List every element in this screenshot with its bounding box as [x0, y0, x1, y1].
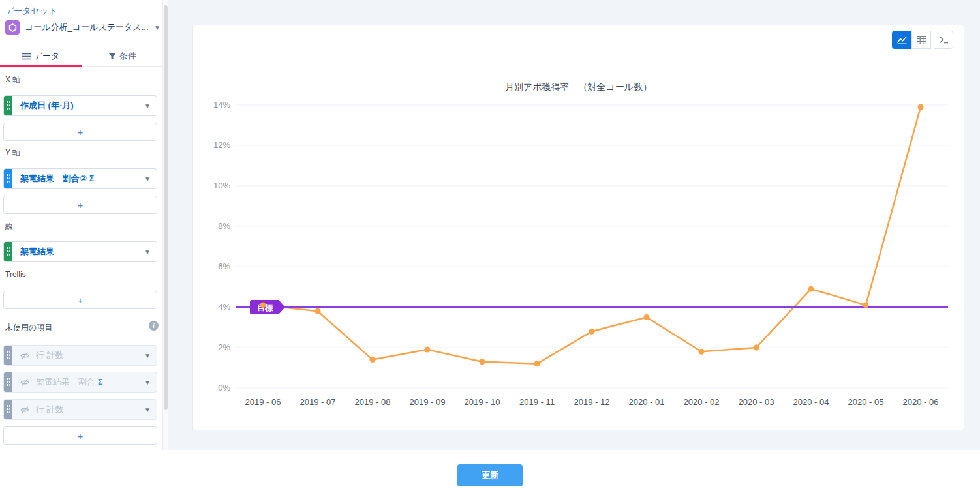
x-tick-label: 2020 - 01	[629, 397, 665, 407]
x-tick-label: 2020 - 04	[793, 397, 829, 407]
field-panel: データセット コール分析_コールステータス... ▼ データ 条件 X 軸 作成…	[0, 0, 168, 450]
eye-slash-icon	[20, 406, 29, 414]
data-point[interactable]	[589, 329, 595, 335]
x-tick-label: 2019 - 06	[245, 397, 281, 407]
x-tick-label: 2019 - 11	[519, 397, 555, 407]
line-field[interactable]: 架電結果 ▼	[3, 241, 157, 262]
data-point[interactable]	[699, 349, 705, 355]
sidebar-scrollbar[interactable]	[162, 0, 168, 450]
unused-add-button[interactable]: +	[3, 426, 157, 445]
sigma-icon: Σ	[98, 378, 140, 387]
y-tick-label: 8%	[218, 221, 230, 231]
chevron-down-icon[interactable]: ▼	[144, 102, 151, 110]
y-tick-label: 10%	[213, 181, 230, 190]
unused-field-row[interactable]: 行 計数 ▼	[3, 345, 157, 366]
data-point[interactable]	[534, 361, 540, 366]
tab-conditions[interactable]: 条件	[82, 46, 163, 66]
dataset-icon	[5, 20, 20, 35]
unused-field-label: 行 計数	[36, 350, 140, 361]
y-axis-add-button[interactable]: +	[3, 196, 157, 214]
x-tick-label: 2020 - 05	[848, 397, 884, 407]
trellis-add-button[interactable]: +	[3, 291, 157, 309]
chevron-down-icon: ▼	[154, 24, 161, 31]
line-field-label: 架電結果	[20, 246, 140, 258]
chevron-down-icon[interactable]: ▼	[144, 175, 151, 183]
tab-conditions-label: 条件	[119, 50, 136, 62]
drag-handle[interactable]	[4, 346, 12, 365]
x-tick-label: 2019 - 09	[410, 397, 446, 407]
data-point[interactable]	[918, 104, 924, 110]
y-tick-label: 2%	[218, 342, 230, 352]
unused-field-label: 架電結果 割合	[36, 376, 95, 388]
chevron-down-icon[interactable]: ▼	[144, 379, 151, 386]
line-chart-icon	[896, 35, 908, 44]
x-tick-label: 2020 - 06	[903, 397, 939, 407]
dataset-selector[interactable]: コール分析_コールステータス... ▼	[5, 19, 161, 36]
x-tick-label: 2020 - 02	[684, 397, 720, 407]
x-axis-field-label: 作成日 (年-月)	[20, 100, 140, 112]
footer-bar: 更新	[0, 450, 980, 493]
unused-field-label: 行 計数	[36, 404, 140, 415]
scrollbar-thumb[interactable]	[164, 5, 168, 410]
trellis-section-label: Trellis	[5, 270, 26, 279]
unused-field-row[interactable]: 行 計数 ▼	[3, 399, 157, 420]
chevron-down-icon[interactable]: ▼	[144, 352, 151, 359]
data-point[interactable]	[425, 347, 431, 353]
table-view-button[interactable]	[911, 31, 931, 49]
update-button[interactable]: 更新	[457, 464, 523, 486]
y-axis-field-label: 架電結果 割合②	[20, 173, 87, 185]
x-tick-label: 2019 - 12	[574, 397, 610, 407]
x-axis-add-button[interactable]: +	[3, 123, 157, 141]
table-icon	[917, 36, 926, 44]
line-section-label: 線	[5, 221, 13, 232]
explorer-app: データセット コール分析_コールステータス... ▼ データ 条件 X 軸 作成…	[0, 0, 980, 493]
drag-handle[interactable]	[4, 400, 12, 419]
filter-icon	[108, 53, 116, 60]
chevron-down-icon[interactable]: ▼	[144, 248, 151, 256]
drag-handle[interactable]	[4, 96, 12, 115]
dataset-label: データセット	[5, 5, 57, 17]
chart-card: 月別アポ獲得率 （対全コール数） 0%2%4%6%8%10%12%14%2019…	[192, 25, 964, 430]
data-point[interactable]	[315, 308, 321, 314]
list-icon	[22, 53, 31, 60]
unused-field-row[interactable]: 架電結果 割合 Σ ▼	[3, 372, 157, 393]
data-point[interactable]	[260, 302, 266, 308]
y-tick-label: 12%	[213, 140, 230, 150]
active-tab-underline	[0, 65, 82, 67]
sigma-icon: Σ	[89, 174, 140, 183]
info-icon[interactable]: i	[149, 321, 159, 331]
data-point[interactable]	[863, 302, 869, 308]
dataset-name: コール分析_コールステータス...	[25, 22, 150, 33]
x-tick-label: 2019 - 10	[465, 397, 500, 407]
y-tick-label: 4%	[218, 302, 230, 312]
view-switcher	[892, 31, 953, 49]
canvas-area: 月別アポ獲得率 （対全コール数） 0%2%4%6%8%10%12%14%2019…	[168, 0, 980, 450]
y-tick-label: 14%	[213, 100, 230, 110]
drag-handle[interactable]	[4, 242, 12, 261]
eye-slash-icon	[20, 378, 29, 387]
line-chart-svg: 0%2%4%6%8%10%12%14%2019 - 062019 - 07201…	[206, 97, 960, 410]
x-tick-label: 2019 - 07	[300, 397, 336, 407]
data-point[interactable]	[808, 286, 814, 292]
panel-tabs: データ 条件	[0, 46, 163, 67]
query-view-button[interactable]	[934, 31, 953, 49]
y-tick-label: 0%	[218, 383, 230, 393]
data-point[interactable]	[370, 357, 376, 363]
drag-handle[interactable]	[4, 372, 12, 392]
x-tick-label: 2019 - 08	[355, 397, 391, 407]
eye-slash-icon	[20, 351, 29, 360]
y-axis-section-label: Y 軸	[5, 147, 20, 158]
data-point[interactable]	[754, 345, 759, 351]
tab-data-label: データ	[34, 50, 60, 62]
terminal-icon	[939, 36, 949, 44]
data-point[interactable]	[644, 314, 650, 320]
y-axis-field[interactable]: 架電結果 割合② Σ ▼	[3, 168, 157, 189]
chart-view-button[interactable]	[892, 31, 911, 49]
unused-section-label: 未使用の項目	[5, 322, 52, 333]
chart-title: 月別アポ獲得率 （対全コール数）	[193, 82, 964, 93]
x-axis-field[interactable]: 作成日 (年-月) ▼	[3, 95, 157, 116]
drag-handle[interactable]	[4, 169, 12, 188]
data-point[interactable]	[480, 359, 485, 365]
tab-data[interactable]: データ	[0, 46, 82, 66]
chevron-down-icon[interactable]: ▼	[144, 406, 151, 413]
